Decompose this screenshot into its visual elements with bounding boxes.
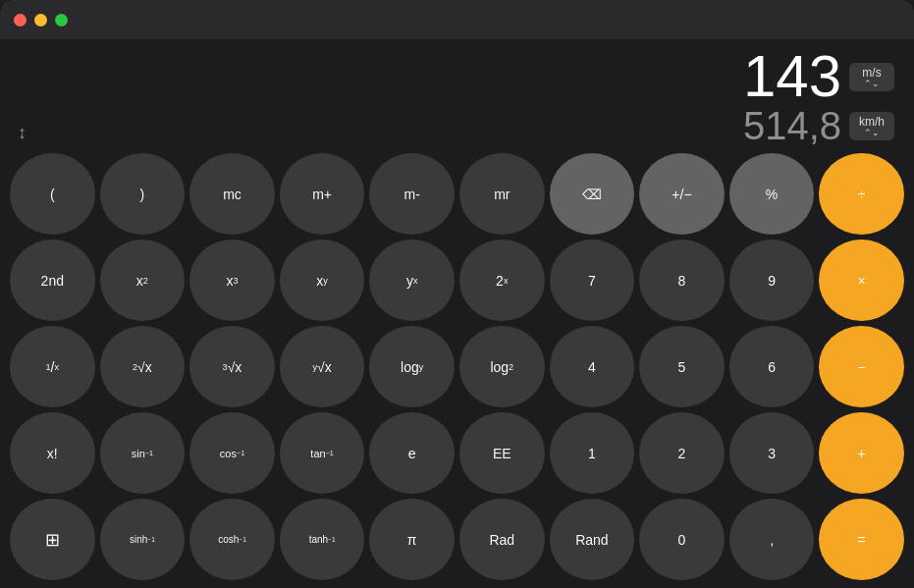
calculator-app: 143 m/s ⌃⌄ 514,8 km/h ⌃⌄ ↕ ( ) mc m+ m- … bbox=[0, 0, 914, 588]
x-cubed-button[interactable]: x3 bbox=[189, 240, 275, 321]
rand-button[interactable]: Rand bbox=[550, 499, 635, 580]
main-unit-label: m/s bbox=[862, 66, 881, 80]
seven-button[interactable]: 7 bbox=[550, 240, 635, 321]
plus-button[interactable]: + bbox=[819, 412, 904, 494]
minus-button[interactable]: − bbox=[819, 326, 904, 407]
secondary-unit-selector[interactable]: km/h ⌃⌄ bbox=[849, 112, 894, 140]
secondary-value: 514,8 bbox=[743, 106, 841, 145]
secondary-unit-label: km/h bbox=[859, 115, 885, 129]
one-over-x-button[interactable]: 1/x bbox=[10, 326, 95, 407]
two-button[interactable]: 2 bbox=[639, 412, 725, 494]
main-value: 143 bbox=[743, 47, 841, 106]
divide-button[interactable]: ÷ bbox=[819, 153, 904, 235]
ee-button[interactable]: EE bbox=[459, 412, 545, 494]
one-button[interactable]: 1 bbox=[550, 412, 635, 494]
x-squared-button[interactable]: x2 bbox=[100, 240, 186, 321]
five-button[interactable]: 5 bbox=[639, 326, 725, 407]
euler-button[interactable]: e bbox=[369, 412, 455, 494]
main-unit-selector[interactable]: m/s ⌃⌄ bbox=[849, 63, 894, 91]
m-minus-button[interactable]: m- bbox=[369, 153, 455, 235]
display-section: 143 m/s ⌃⌄ 514,8 km/h ⌃⌄ ↕ bbox=[0, 39, 914, 149]
m-plus-button[interactable]: m+ bbox=[280, 153, 365, 235]
secondary-unit-chevron: ⌃⌄ bbox=[864, 129, 880, 137]
button-row-1: ( ) mc m+ m- mr ⌫ +/− % ÷ bbox=[10, 153, 904, 235]
nine-button[interactable]: 9 bbox=[729, 240, 815, 321]
x-to-y-button[interactable]: xy bbox=[280, 240, 365, 321]
button-row-4: x! sin−1 cos−1 tan−1 e EE 1 2 3 + bbox=[10, 412, 904, 494]
cosh-inv-button[interactable]: cosh−1 bbox=[189, 499, 275, 580]
history-button[interactable]: ⊞ bbox=[10, 499, 95, 580]
four-button[interactable]: 4 bbox=[550, 326, 635, 407]
cos-inv-button[interactable]: cos−1 bbox=[189, 412, 275, 494]
backspace-button[interactable]: ⌫ bbox=[550, 153, 635, 235]
swap-button[interactable]: ↕ bbox=[18, 123, 27, 143]
rad-button[interactable]: Rad bbox=[459, 499, 545, 580]
plus-minus-button[interactable]: +/− bbox=[639, 153, 725, 235]
sinh-inv-button[interactable]: sinh−1 bbox=[100, 499, 186, 580]
second-button[interactable]: 2nd bbox=[10, 240, 95, 321]
button-row-3: 1/x 2√x 3√x y√x logy log2 4 5 6 − bbox=[10, 326, 904, 407]
close-paren-button[interactable]: ) bbox=[100, 153, 186, 235]
secondary-display-row: 514,8 km/h ⌃⌄ bbox=[20, 106, 894, 145]
two-to-x-button[interactable]: 2x bbox=[459, 240, 545, 321]
mc-button[interactable]: mc bbox=[189, 153, 275, 235]
sqrt2-button[interactable]: 2√x bbox=[100, 326, 186, 407]
title-bar bbox=[0, 0, 914, 39]
y-to-x-button[interactable]: yx bbox=[369, 240, 455, 321]
log-y-button[interactable]: logy bbox=[369, 326, 455, 407]
minimize-button[interactable] bbox=[34, 14, 47, 27]
button-row-5: ⊞ sinh−1 cosh−1 tanh−1 π Rad Rand 0 , = bbox=[10, 499, 904, 580]
sin-inv-button[interactable]: sin−1 bbox=[100, 412, 186, 494]
comma-button[interactable]: , bbox=[729, 499, 815, 580]
three-button[interactable]: 3 bbox=[729, 412, 815, 494]
button-row-2: 2nd x2 x3 xy yx 2x 7 8 9 × bbox=[10, 240, 904, 321]
factorial-button[interactable]: x! bbox=[10, 412, 95, 494]
fullscreen-button[interactable] bbox=[55, 14, 68, 27]
keypad: ( ) mc m+ m- mr ⌫ +/− % ÷ 2nd x2 x3 xy y… bbox=[0, 149, 914, 588]
pi-button[interactable]: π bbox=[369, 499, 455, 580]
eight-button[interactable]: 8 bbox=[639, 240, 725, 321]
main-display-row: 143 m/s ⌃⌄ bbox=[20, 47, 894, 106]
sqrt-y-button[interactable]: y√x bbox=[280, 326, 365, 407]
mr-button[interactable]: mr bbox=[459, 153, 545, 235]
main-unit-chevron: ⌃⌄ bbox=[864, 80, 880, 88]
close-button[interactable] bbox=[14, 14, 27, 27]
tanh-inv-button[interactable]: tanh−1 bbox=[280, 499, 365, 580]
six-button[interactable]: 6 bbox=[729, 326, 815, 407]
sqrt3-button[interactable]: 3√x bbox=[189, 326, 275, 407]
equals-button[interactable]: = bbox=[819, 499, 904, 580]
log2-button[interactable]: log2 bbox=[459, 326, 545, 407]
percent-button[interactable]: % bbox=[729, 153, 815, 235]
multiply-button[interactable]: × bbox=[819, 240, 904, 321]
tan-inv-button[interactable]: tan−1 bbox=[280, 412, 365, 494]
open-paren-button[interactable]: ( bbox=[10, 153, 95, 235]
zero-button[interactable]: 0 bbox=[639, 499, 725, 580]
